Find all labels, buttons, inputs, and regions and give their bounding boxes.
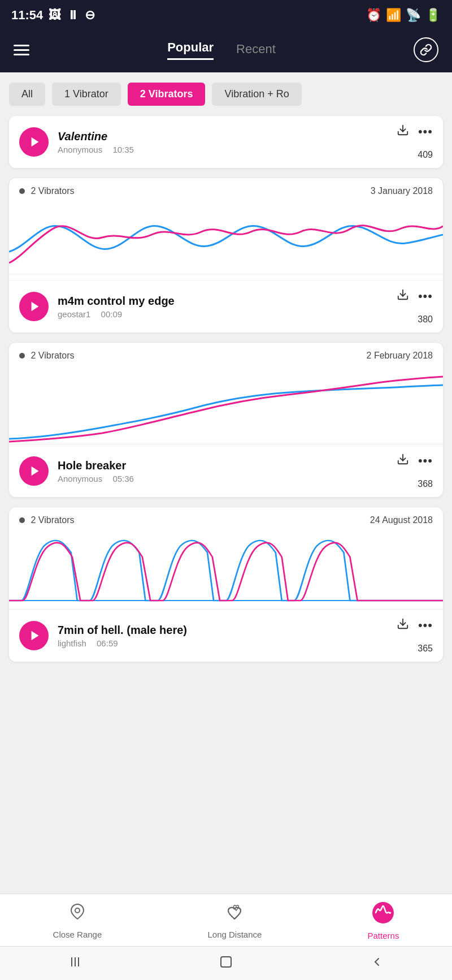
card-2-chart xyxy=(9,365,443,444)
nav-patterns-label: Patterns xyxy=(368,931,399,940)
nav-tabs: Popular Recent xyxy=(167,40,276,60)
card-1-author: geostar1 xyxy=(58,309,90,319)
card-3-track-name: 7min of hell. (male here) xyxy=(58,624,388,637)
card-2-track-name: Hole breaker xyxy=(58,459,388,472)
card-1-track-name: m4m control my edge xyxy=(58,295,388,308)
card-1-actions: ••• 380 xyxy=(397,288,433,325)
card-2-actions: ••• 368 xyxy=(397,453,433,489)
nav-patterns[interactable]: Patterns xyxy=(368,902,399,940)
card-1-count: 380 xyxy=(418,314,433,325)
long-distance-icon xyxy=(225,903,244,926)
partial-author: Anonymous xyxy=(58,145,102,154)
svg-marker-3 xyxy=(32,302,39,312)
play-button-2[interactable] xyxy=(19,456,49,486)
card-2-duration: 05:36 xyxy=(112,474,134,483)
card-1-category: 2 Vibrators xyxy=(31,186,74,196)
partial-card: Valentine Anonymous 10:35 ••• xyxy=(9,116,443,168)
wifi-icon: 📶 xyxy=(386,8,401,23)
pause-icon: ⏸ xyxy=(67,8,79,23)
minus-circle-icon: ⊖ xyxy=(85,8,95,23)
filter-bar: All 1 Vibrator 2 Vibrators Vibration + R… xyxy=(0,72,452,116)
play-button-1[interactable] xyxy=(19,292,49,321)
card-1-footer: m4m control my edge geostar1 00:09 • xyxy=(9,280,443,333)
card-1-track-info: m4m control my edge geostar1 00:09 xyxy=(58,295,388,319)
partial-track-actions: ••• 409 xyxy=(397,124,433,160)
status-time: 11:54 xyxy=(11,8,43,23)
tab-recent[interactable]: Recent xyxy=(236,42,276,60)
svg-marker-9 xyxy=(32,631,39,641)
card-1-header: 2 Vibrators 3 January 2018 xyxy=(9,178,443,201)
header: Popular Recent xyxy=(0,31,452,72)
more-icon-partial[interactable]: ••• xyxy=(418,124,433,139)
content: Valentine Anonymous 10:35 ••• xyxy=(0,116,452,749)
more-icon-3[interactable]: ••• xyxy=(418,618,433,633)
card-2-track-info: Hole breaker Anonymous 05:36 xyxy=(58,459,388,483)
status-bar: 11:54 🖼 ⏸ ⊖ ⏰ 📶 📡 🔋 xyxy=(0,0,452,31)
card-3-actions: ••• 365 xyxy=(397,618,433,654)
partial-count: 409 xyxy=(418,150,433,160)
card-2-author: Anonymous xyxy=(58,474,102,483)
android-nav xyxy=(0,946,452,980)
more-icon-2[interactable]: ••• xyxy=(418,454,433,468)
card-3-footer: 7min of hell. (male here) lightfish 06:5… xyxy=(9,609,443,662)
card-3: 2 Vibrators 24 August 2018 7min of hell. xyxy=(9,507,443,662)
android-recents[interactable] xyxy=(68,955,82,972)
download-icon-2[interactable] xyxy=(397,453,409,469)
close-range-icon xyxy=(68,903,87,926)
filter-2vib[interactable]: 2 Vibrators xyxy=(128,83,206,106)
card-2-category: 2 Vibrators xyxy=(31,351,74,360)
battery-icon: 🔋 xyxy=(425,8,441,23)
download-icon-3[interactable] xyxy=(397,618,409,633)
menu-button[interactable] xyxy=(14,45,29,55)
bottom-nav: Close Range Long Distance Patterns xyxy=(0,893,452,946)
partial-duration: 10:35 xyxy=(112,145,134,154)
card-1-chart xyxy=(9,201,443,280)
partial-track-meta: Anonymous 10:35 xyxy=(58,145,388,154)
svg-marker-0 xyxy=(32,137,39,147)
card-3-date: 24 August 2018 xyxy=(370,515,433,525)
tab-popular[interactable]: Popular xyxy=(167,40,214,60)
dot-icon-3 xyxy=(19,517,25,523)
play-button-3[interactable] xyxy=(19,621,49,650)
download-icon-partial[interactable] xyxy=(397,124,409,140)
nav-long-distance-label: Long Distance xyxy=(207,930,262,939)
card-1: 2 Vibrators 3 January 2018 m4m control m… xyxy=(9,178,443,333)
status-left: 11:54 🖼 ⏸ ⊖ xyxy=(11,8,95,23)
filter-all[interactable]: All xyxy=(9,83,45,106)
partial-track-name: Valentine xyxy=(58,130,388,143)
card-3-count: 365 xyxy=(418,644,433,654)
card-3-category: 2 Vibrators xyxy=(31,515,74,525)
partial-footer: Valentine Anonymous 10:35 ••• xyxy=(9,116,443,168)
card-3-author: lightfish xyxy=(58,638,86,648)
card-1-track-meta: geostar1 00:09 xyxy=(58,309,388,319)
play-button-partial[interactable] xyxy=(19,127,49,157)
card-3-track-info: 7min of hell. (male here) lightfish 06:5… xyxy=(58,624,388,648)
android-back[interactable] xyxy=(370,955,384,972)
download-icon-1[interactable] xyxy=(397,288,409,304)
status-right: ⏰ 📶 📡 🔋 xyxy=(366,8,441,23)
more-icon-1[interactable]: ••• xyxy=(418,289,433,304)
nav-close-range[interactable]: Close Range xyxy=(53,903,102,939)
svg-rect-16 xyxy=(221,957,231,967)
card-3-duration: 06:59 xyxy=(97,638,118,648)
partial-track-info: Valentine Anonymous 10:35 xyxy=(58,130,388,154)
card-2-count: 368 xyxy=(418,479,433,489)
card-2-footer: Hole breaker Anonymous 05:36 ••• xyxy=(9,444,443,497)
card-1-date: 3 January 2018 xyxy=(371,186,433,196)
svg-marker-6 xyxy=(32,467,39,476)
card-1-duration: 00:09 xyxy=(101,309,123,319)
filter-1vib[interactable]: 1 Vibrator xyxy=(52,83,121,106)
card-2-date: 2 February 2018 xyxy=(367,351,433,361)
android-home[interactable] xyxy=(219,955,233,972)
svg-point-11 xyxy=(75,908,80,913)
dot-icon xyxy=(19,188,25,194)
filter-vibro[interactable]: Vibration + Ro xyxy=(212,83,301,106)
signal-icon: 📡 xyxy=(406,8,421,23)
card-3-header: 2 Vibrators 24 August 2018 xyxy=(9,507,443,530)
link-button[interactable] xyxy=(414,37,438,62)
image-icon: 🖼 xyxy=(49,8,61,23)
nav-long-distance[interactable]: Long Distance xyxy=(207,903,262,939)
bottom-spacer xyxy=(9,672,443,740)
nav-close-range-label: Close Range xyxy=(53,930,102,939)
card-3-track-meta: lightfish 06:59 xyxy=(58,638,388,648)
